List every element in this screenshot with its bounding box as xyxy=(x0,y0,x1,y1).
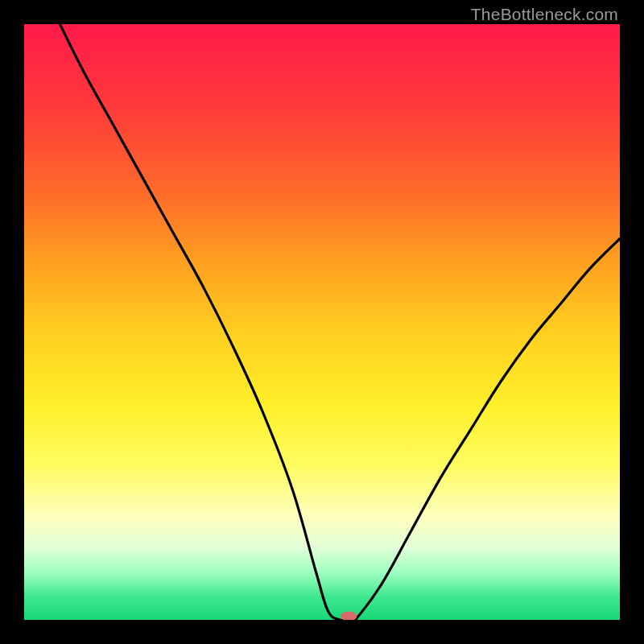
optimal-point-marker xyxy=(341,612,357,620)
gradient-plot-area xyxy=(24,24,620,620)
chart-stage: TheBottleneck.com xyxy=(0,0,644,644)
watermark-text: TheBottleneck.com xyxy=(471,5,618,24)
curve-layer xyxy=(24,24,620,620)
bottleneck-curve xyxy=(60,24,620,620)
